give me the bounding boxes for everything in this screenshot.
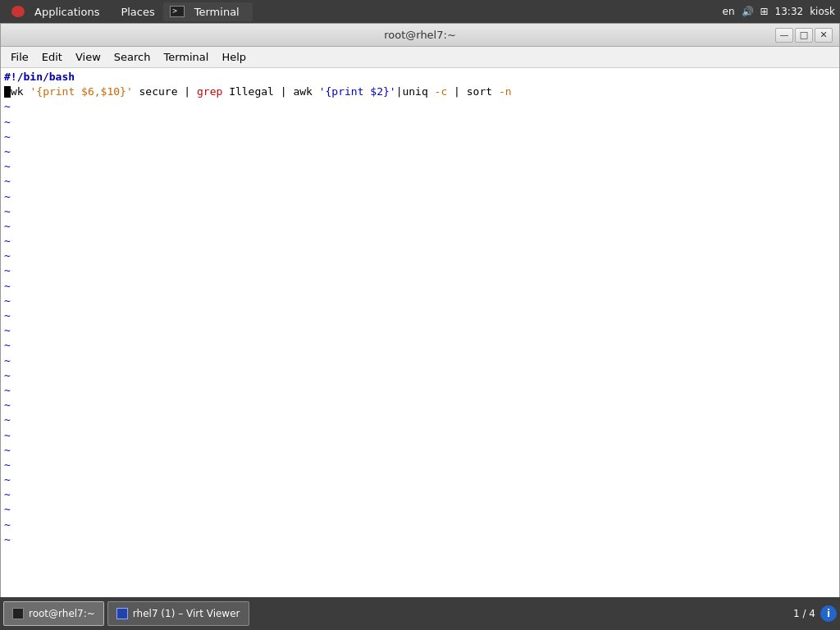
tilde-line: ~ (4, 308, 836, 323)
places-menu[interactable]: Places (114, 4, 161, 20)
maximize-button[interactable]: □ (795, 28, 813, 43)
tilde-line: ~ (4, 249, 836, 263)
tilde-line: ~ (4, 487, 836, 502)
sort-flag: -n (492, 84, 511, 99)
taskbar-terminal-icon (12, 608, 24, 619)
menu-help[interactable]: Help (215, 48, 253, 66)
tilde-line: ~ (4, 398, 836, 413)
grep-cmd: grep (197, 84, 222, 99)
applications-menu[interactable]: Applications (5, 2, 112, 21)
taskbar-right: 1 / 4 i (793, 605, 837, 622)
tilde-line: ~ (4, 532, 836, 547)
applications-label[interactable]: Applications (28, 4, 106, 20)
taskbar-terminal-label: root@rhel7:~ (29, 608, 95, 619)
menu-view[interactable]: View (69, 48, 107, 66)
awk-str1: '{print $6,$10}' (30, 84, 132, 99)
tilde-line: ~ (4, 234, 836, 249)
tilde-line: ~ (4, 174, 836, 189)
uniq-flag: -c (428, 84, 447, 99)
volume-icon[interactable]: 🔊 (742, 6, 754, 17)
window-title: root@rhel7:~ (65, 29, 775, 41)
tilde-line: ~ (4, 502, 836, 517)
tilde-line: ~ (4, 189, 836, 204)
tilde-line: ~ (4, 99, 836, 114)
page-indicator: 1 / 4 (793, 608, 815, 619)
tilde-line: ~ (4, 354, 836, 368)
uniq-pipe: |uniq (396, 84, 428, 99)
terminal-title-bar[interactable]: Terminal (163, 2, 253, 21)
taskbar-terminal-btn[interactable]: root@rhel7:~ (3, 601, 104, 626)
awk1: wk (11, 84, 30, 99)
tilde-line: ~ (4, 383, 836, 398)
tilde-line: ~ (4, 115, 836, 130)
foot-icon (11, 6, 25, 17)
close-button[interactable]: ✕ (815, 28, 833, 43)
shebang-line: #!/bin/bash (4, 70, 75, 84)
tilde-line: ~ (4, 472, 836, 487)
minimize-button[interactable]: — (775, 28, 793, 43)
tilde-line: ~ (4, 130, 836, 144)
tilde-line: ~ (4, 263, 836, 278)
editor-line-2: wk '{print $6,$10}' secure | grep Illega… (4, 84, 836, 99)
tilde-line: ~ (4, 204, 836, 219)
title-bar: root@rhel7:~ — □ ✕ (1, 24, 839, 47)
awk2: awk (293, 84, 318, 99)
tilde-line: ~ (4, 219, 836, 234)
tilde-line: ~ (4, 368, 836, 383)
editor-area[interactable]: #!/bin/bash wk '{print $6,$10}' secure |… (1, 68, 839, 608)
system-bar-left: Applications Places Terminal (5, 2, 253, 21)
clock: 13:32 (775, 6, 804, 17)
window-controls: — □ ✕ (775, 28, 833, 43)
terminal-icon (170, 6, 185, 17)
tilde-line: ~ (4, 518, 836, 532)
editor-line-1: #!/bin/bash (4, 70, 836, 84)
system-bar: Applications Places Terminal en 🔊 ⊞ 13:3… (0, 0, 840, 23)
menu-search[interactable]: Search (107, 48, 158, 66)
tilde-line: ~ (4, 159, 836, 174)
text-cursor (4, 86, 11, 98)
language-indicator: en (723, 6, 735, 17)
display-icon[interactable]: ⊞ (760, 6, 769, 17)
tilde-line: ~ (4, 323, 836, 338)
info-badge[interactable]: i (820, 605, 837, 622)
kiosk-label: kiosk (810, 6, 835, 17)
tilde-line: ~ (4, 458, 836, 472)
menu-terminal[interactable]: Terminal (157, 48, 215, 66)
menu-edit[interactable]: Edit (35, 48, 69, 66)
sort-pipe: | (447, 84, 466, 99)
taskbar-virt-btn[interactable]: rhel7 (1) – Virt Viewer (107, 601, 249, 626)
taskbar: root@rhel7:~ rhel7 (1) – Virt Viewer 1 /… (0, 597, 840, 630)
taskbar-virt-icon (116, 608, 128, 619)
terminal-label: Terminal (188, 4, 246, 20)
terminal-window: root@rhel7:~ — □ ✕ File Edit View Search… (0, 23, 840, 630)
menu-bar: File Edit View Search Terminal Help (1, 47, 839, 68)
awk-str2: '{print $2}' (319, 84, 396, 99)
tilde-line: ~ (4, 413, 836, 427)
taskbar-virt-label: rhel7 (1) – Virt Viewer (133, 608, 240, 619)
tilde-line: ~ (4, 144, 836, 159)
tilde-line: ~ (4, 294, 836, 308)
system-bar-right: en 🔊 ⊞ 13:32 kiosk (723, 6, 835, 17)
menu-file[interactable]: File (4, 48, 35, 66)
tilde-line: ~ (4, 279, 836, 294)
sort-cmd: sort (467, 84, 492, 99)
illegal: Illegal | (222, 84, 293, 99)
secure: secure | (133, 84, 197, 99)
tilde-line: ~ (4, 443, 836, 458)
tilde-line: ~ (4, 338, 836, 353)
tilde-line: ~ (4, 428, 836, 443)
